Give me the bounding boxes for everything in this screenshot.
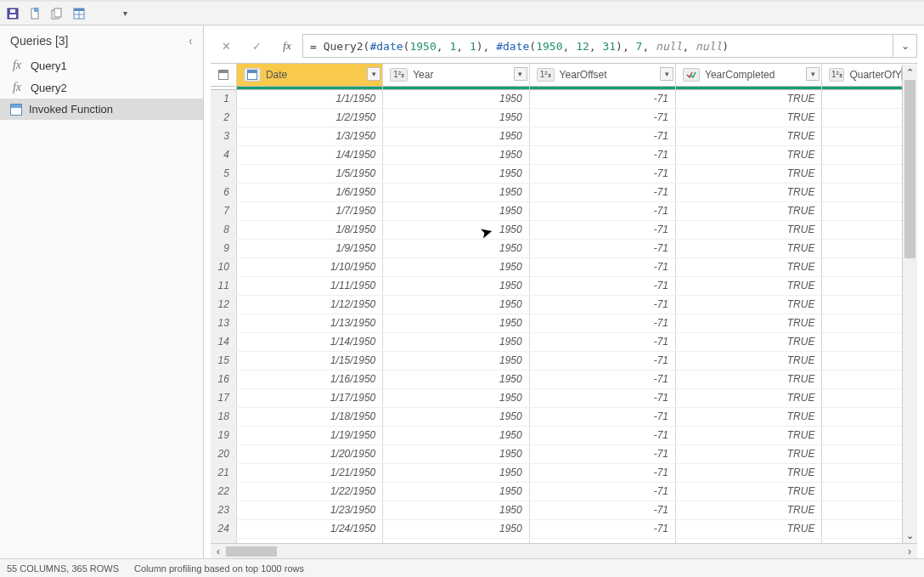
cancel-formula-icon[interactable]: ✕ [211,34,241,58]
cell-year[interactable]: 1950 [383,108,529,127]
type-bool-icon[interactable] [683,68,700,82]
row-header[interactable]: 16 [211,370,236,388]
type-number-icon[interactable]: 1²₃ [537,68,555,82]
row-header[interactable]: 18 [211,407,236,426]
cell-yearoffset[interactable]: -71 [529,89,675,108]
cell-yearcompleted[interactable]: TRUE [676,295,822,314]
cell-yearcompleted[interactable]: TRUE [676,164,822,183]
column-filter-icon[interactable]: ▾ [806,67,820,81]
cell-yearcompleted[interactable]: TRUE [676,239,822,257]
select-all-corner[interactable] [211,64,236,86]
scroll-up-icon[interactable]: ⌃ [903,65,917,80]
cell-yearcompleted[interactable]: TRUE [676,444,822,463]
cell-yearoffset[interactable]: -71 [529,519,675,538]
row-header[interactable]: 5 [211,164,236,183]
cell-yearcompleted[interactable]: TRUE [676,108,822,127]
table-row[interactable]: 221/22/19501950-71TRUE [211,482,917,501]
cell-year[interactable]: 1950 [383,463,529,482]
row-header[interactable]: 12 [211,295,236,314]
cell-date[interactable]: 1/15/1950 [236,351,382,370]
cell-date[interactable]: 1/12/1950 [236,295,382,314]
row-header[interactable]: 23 [211,501,236,519]
cell-year[interactable]: 1950 [383,332,529,351]
cell-yearcompleted[interactable]: TRUE [676,332,822,351]
cell-date[interactable]: 1/9/1950 [236,239,382,257]
query-item-0[interactable]: fxQuery1 [0,54,203,76]
cell-year[interactable]: 1950 [383,295,529,314]
cell-yearoffset[interactable]: -71 [529,332,675,351]
cell-year[interactable]: 1950 [383,314,529,332]
type-number-icon[interactable]: 1²₃ [390,68,408,82]
cell-date[interactable]: 1/18/1950 [236,407,382,426]
table-row[interactable]: 131/13/19501950-71TRUE [211,314,917,332]
column-filter-icon[interactable]: ▾ [660,67,673,81]
cell-year[interactable]: 1950 [383,276,529,295]
row-header[interactable]: 9 [211,239,236,257]
cell-yearoffset[interactable]: -71 [529,108,675,127]
cell-yearcompleted[interactable]: TRUE [676,407,822,426]
row-header[interactable]: 7 [211,201,236,220]
column-filter-icon[interactable]: ▾ [514,67,527,81]
cell-date[interactable]: 1/24/1950 [236,519,382,538]
cell-year[interactable]: 1950 [383,89,529,108]
cell-yearoffset[interactable]: -71 [529,370,675,388]
row-header[interactable]: 8 [211,220,236,239]
query-item-1[interactable]: fxQuery2 [0,76,203,99]
table-row[interactable]: 101/10/19501950-71TRUE [211,257,917,276]
table-row[interactable]: 31/3/19501950-71TRUE [211,127,917,145]
scroll-down-icon[interactable]: ⌄ [903,528,917,543]
cell-year[interactable]: 1950 [383,370,529,388]
table-row[interactable]: 41/4/19501950-71TRUE [211,145,917,164]
table-row[interactable]: 121/12/19501950-71TRUE [211,295,917,314]
table-row[interactable]: 141/14/19501950-71TRUE [211,332,917,351]
row-header[interactable]: 22 [211,482,236,501]
cell-yearoffset[interactable]: -71 [529,463,675,482]
cell-date[interactable]: 1/16/1950 [236,370,382,388]
table-row[interactable]: 81/8/19501950-71TRUE [211,220,917,239]
column-header-year[interactable]: 1²₃Year▾ [383,64,529,86]
cell-yearcompleted[interactable]: TRUE [676,183,822,201]
cell-yearcompleted[interactable]: TRUE [676,127,822,145]
table-row[interactable]: 11/1/19501950-71TRUE [211,89,917,108]
cell-yearoffset[interactable]: -71 [529,164,675,183]
type-number-icon[interactable]: 1²₃ [829,68,844,82]
table-row[interactable]: 61/6/19501950-71TRUE [211,183,917,201]
cell-yearcompleted[interactable]: TRUE [676,388,822,407]
column-header-yearcompleted[interactable]: YearCompleted▾ [676,64,822,86]
row-header[interactable]: 14 [211,332,236,351]
cell-yearcompleted[interactable]: TRUE [676,145,822,164]
collapse-pane-icon[interactable]: ‹ [189,34,192,48]
cell-yearoffset[interactable]: -71 [529,407,675,426]
cell-year[interactable]: 1950 [383,444,529,463]
cell-yearcompleted[interactable]: TRUE [676,351,822,370]
type-date-icon[interactable] [244,68,261,82]
cell-year[interactable]: 1950 [383,388,529,407]
table-row[interactable]: 71/7/19501950-71TRUE [211,201,917,220]
cell-yearoffset[interactable]: -71 [529,276,675,295]
cell-year[interactable]: 1950 [383,482,529,501]
cell-year[interactable]: 1950 [383,257,529,276]
table-row[interactable]: 181/18/19501950-71TRUE [211,407,917,426]
table-row[interactable]: 171/17/19501950-71TRUE [211,388,917,407]
cell-yearoffset[interactable]: -71 [529,482,675,501]
cell-yearcompleted[interactable]: TRUE [676,501,822,519]
column-header-date[interactable]: Date▾ [236,64,382,86]
table-row[interactable]: 161/16/19501950-71TRUE [211,370,917,388]
horizontal-scrollbar[interactable]: ‹ › [211,543,917,558]
cell-date[interactable]: 1/13/1950 [236,314,382,332]
cell-yearoffset[interactable]: -71 [529,239,675,257]
cell-date[interactable]: 1/10/1950 [236,257,382,276]
cell-year[interactable]: 1950 [383,239,529,257]
cell-yearoffset[interactable]: -71 [529,220,675,239]
cell-year[interactable]: 1950 [383,519,529,538]
new-source-icon[interactable] [27,6,42,21]
row-header[interactable]: 6 [211,183,236,201]
table-row[interactable]: 151/15/19501950-71TRUE [211,351,917,370]
cell-date[interactable]: 1/7/1950 [236,201,382,220]
row-header[interactable]: 10 [211,257,236,276]
cell-date[interactable]: 1/2/1950 [236,108,382,127]
cell-year[interactable]: 1950 [383,351,529,370]
scroll-right-icon[interactable]: › [902,546,917,557]
table-row[interactable]: 111/11/19501950-71TRUE [211,276,917,295]
save-icon[interactable] [5,6,20,21]
